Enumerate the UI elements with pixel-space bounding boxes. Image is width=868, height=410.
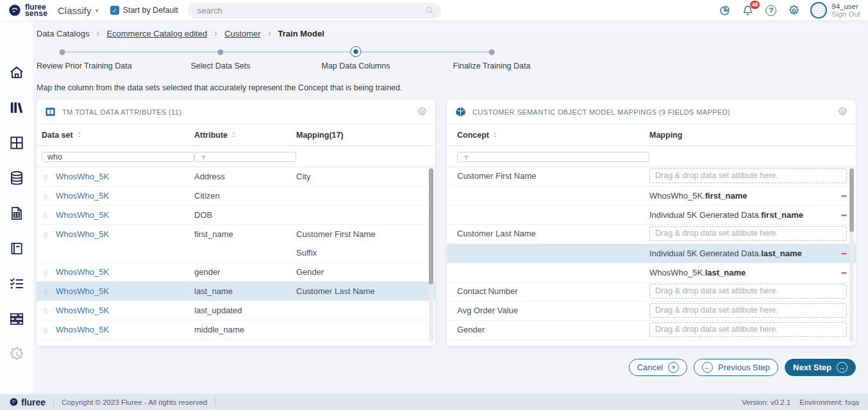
settings-gear-icon[interactable]: [788, 4, 800, 17]
sort-icon[interactable]: [76, 131, 83, 138]
concept-cell: Gender: [457, 325, 649, 334]
user-menu[interactable]: 94_user Sign Out: [810, 2, 860, 19]
dataset-link[interactable]: WhosWho_5K: [56, 282, 194, 300]
file-table-icon: [8, 205, 25, 222]
avatar[interactable]: [810, 2, 827, 19]
mappings-panel-title: CUSTOMER SEMANTIC OBJECT MODEL MAPPINGS …: [472, 108, 730, 116]
step-dot-1[interactable]: [60, 49, 65, 55]
mapping-dropzone[interactable]: Drag & drop data set attibute here.: [649, 226, 847, 241]
sidebar-item-dictionary[interactable]: [8, 240, 25, 257]
step-actions: Cancel × ← Previous Step Next Step →: [37, 359, 856, 376]
panel-settings-gear-icon[interactable]: [417, 106, 428, 117]
mapping-table-row[interactable]: Individual 5K Generated Data.first_name …: [447, 206, 856, 225]
attribute-table-row[interactable]: WhosWho_5K last_updated: [37, 301, 435, 320]
search-input[interactable]: [197, 6, 424, 15]
mapping-dropzone[interactable]: Drag & drop data set attibute here.: [649, 168, 847, 183]
fluree-sense-logo[interactable]: fluree sense: [8, 3, 47, 17]
dataset-link[interactable]: WhosWho_5K: [56, 263, 194, 281]
mapping-table-row[interactable]: Avg Order Value Drag & drop data set att…: [447, 302, 856, 321]
drag-handle-icon[interactable]: [42, 286, 49, 297]
attribute-table-row[interactable]: WhosWho_5K Address City: [37, 167, 435, 186]
notifications-bell-icon[interactable]: 48: [742, 4, 754, 17]
sidebar-item-catalogs[interactable]: [8, 99, 25, 116]
dataset-link[interactable]: WhosWho_5K: [56, 206, 194, 224]
analytics-pie-icon[interactable]: [719, 4, 731, 17]
attribute-table-row[interactable]: WhosWho_5K first_name Customer First Nam…: [37, 225, 435, 263]
column-header-concept[interactable]: Concept: [457, 131, 649, 140]
sort-icon[interactable]: [492, 131, 499, 138]
cancel-button[interactable]: Cancel ×: [629, 359, 687, 376]
scrollbar-thumb[interactable]: [429, 168, 433, 284]
dataset-link[interactable]: WhosWho_5K: [56, 186, 194, 205]
dataset-link[interactable]: WhosWho_5K: [56, 167, 194, 186]
dataset-link[interactable]: WhosWho_5K: [56, 320, 194, 339]
help-icon[interactable]: ?: [765, 4, 777, 17]
drag-handle-icon[interactable]: [42, 266, 49, 278]
breadcrumb-train-model: Train Model: [278, 29, 324, 38]
sidebar-item-data-files[interactable]: [8, 205, 25, 222]
attribute-table-row[interactable]: WhosWho_5K Citizen: [37, 186, 435, 206]
mapping-dropzone[interactable]: Drag & drop data set attibute here.: [649, 303, 847, 318]
breadcrumb-data-catalogs[interactable]: Data Catalogs: [37, 29, 89, 38]
sidebar-item-stacks[interactable]: [8, 311, 25, 327]
chevron-down-icon: ▾: [96, 7, 99, 14]
attribute-table-row[interactable]: WhosWho_5K last_name Customer Last Name: [37, 282, 435, 301]
left-sidebar: [0, 20, 33, 394]
column-header-dataset[interactable]: Data set: [42, 131, 194, 140]
remove-mapping-button[interactable]: −: [841, 191, 847, 201]
step-dot-2[interactable]: [218, 49, 224, 55]
sort-icon[interactable]: [230, 131, 237, 138]
drag-handle-icon[interactable]: [42, 324, 49, 336]
top-bar: fluree sense Classify ▾ ✓ Start by Defau…: [0, 0, 868, 20]
breadcrumb-customer[interactable]: Customer: [224, 29, 260, 38]
app-switcher-dropdown[interactable]: Classify ▾: [58, 5, 99, 16]
data-attributes-panel: TM TOTAL DATA ATTRIBUTES (11) Data set A…: [37, 100, 435, 346]
attribute-filter-input[interactable]: [194, 152, 296, 162]
next-step-button[interactable]: Next Step →: [785, 359, 856, 376]
mapping-table-row[interactable]: Customer First Name Drag & drop data set…: [447, 167, 856, 186]
mapping-cell: City: [296, 167, 435, 186]
step-dot-4[interactable]: [489, 49, 495, 55]
sign-out-link[interactable]: Sign Out: [831, 10, 860, 18]
brand-text: fluree sense: [25, 4, 47, 17]
mapping-dropzone[interactable]: Drag & drop data set attibute here.: [649, 284, 847, 299]
column-header-attribute[interactable]: Attribute: [194, 131, 296, 140]
drag-handle-icon[interactable]: [42, 171, 49, 183]
attribute-table-row[interactable]: WhosWho_5K gender Gender: [37, 263, 435, 282]
mapping-table-row[interactable]: Individual 5K Generated Data.last_name −: [447, 244, 856, 263]
breadcrumb-catalog[interactable]: Ecommerce Catalog edited: [106, 29, 207, 38]
drag-handle-icon[interactable]: [42, 209, 49, 221]
concept-filter-input[interactable]: [457, 152, 649, 162]
dataset-filter-input[interactable]: [42, 152, 194, 162]
sidebar-item-tasks[interactable]: [8, 275, 25, 292]
sidebar-item-home[interactable]: [8, 64, 25, 81]
mapping-table-row[interactable]: WhosWho_5K.first_name −: [447, 186, 856, 206]
attribute-table-row[interactable]: WhosWho_5K middle_name: [37, 320, 435, 340]
attribute-table-row[interactable]: WhosWho_5K DOB: [37, 206, 435, 225]
remove-mapping-button[interactable]: −: [841, 210, 847, 220]
mapping-slot: Drag & drop data set attibute here.: [649, 322, 847, 337]
mapping-table-row[interactable]: Customer Last Name Drag & drop data set …: [447, 225, 856, 244]
mapping-table-row[interactable]: WhosWho_5K.last_name −: [447, 263, 856, 283]
scrollbar-thumb[interactable]: [849, 168, 854, 232]
sidebar-item-datasets[interactable]: [8, 170, 25, 186]
dataset-link[interactable]: WhosWho_5K: [56, 225, 194, 243]
drag-handle-icon[interactable]: [42, 190, 49, 202]
sidebar-item-jobs[interactable]: [8, 346, 25, 363]
drag-handle-icon[interactable]: [42, 229, 49, 240]
previous-step-button[interactable]: ← Previous Step: [694, 359, 778, 376]
step-label-finalize: Finalize Training Data: [453, 62, 531, 70]
mapping-table-row[interactable]: Gender Drag & drop data set attibute her…: [447, 321, 856, 340]
mapping-table-row[interactable]: Contact Number Drag & drop data set atti…: [447, 283, 856, 302]
step-dot-3-active[interactable]: [351, 46, 362, 57]
fluree-logo-icon: [9, 397, 19, 407]
start-by-default-checkbox[interactable]: ✓ Start by Default: [110, 6, 178, 15]
remove-mapping-button[interactable]: −: [841, 268, 847, 278]
sidebar-item-grid[interactable]: [8, 135, 25, 151]
drag-handle-icon[interactable]: [42, 305, 49, 316]
remove-mapping-button[interactable]: −: [841, 249, 847, 259]
mapping-dropzone[interactable]: Drag & drop data set attibute here.: [649, 322, 847, 337]
panel-settings-gear-icon[interactable]: [837, 106, 848, 117]
dataset-link[interactable]: WhosWho_5K: [56, 301, 194, 320]
checkbox-checked-icon[interactable]: ✓: [110, 6, 119, 15]
